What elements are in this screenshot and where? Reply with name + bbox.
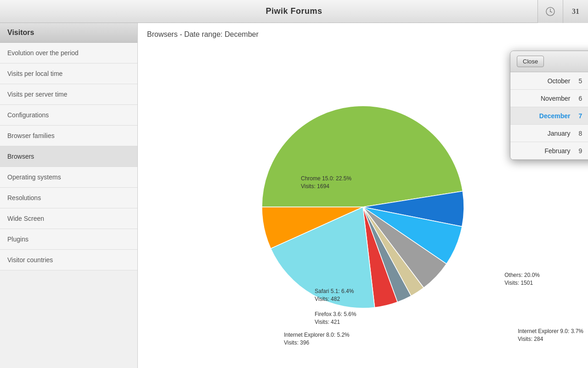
cal-month: February bbox=[514, 147, 574, 155]
calendar-number: 31 bbox=[572, 7, 579, 16]
clock-icon-btn[interactable] bbox=[537, 0, 563, 23]
calendar-row-4[interactable]: February9 bbox=[510, 142, 588, 160]
calendar-icon-btn[interactable]: 31 bbox=[563, 0, 588, 23]
cal-day: 6 bbox=[574, 95, 587, 102]
sidebar-item-browser-families[interactable]: Browser families bbox=[0, 126, 137, 146]
sidebar-item-browsers[interactable]: Browsers bbox=[0, 146, 137, 167]
close-button[interactable]: Close bbox=[517, 56, 544, 67]
cal-day: 9 bbox=[574, 147, 587, 155]
label-safari: Safari 5.1: 6.4% Visits: 482 bbox=[315, 288, 354, 303]
sidebar-items-container: Evolution over the periodVisits per loca… bbox=[0, 43, 137, 270]
cal-day: 8 bbox=[574, 130, 587, 137]
cal-month: November bbox=[514, 95, 574, 102]
calendar-row-3[interactable]: January8 bbox=[510, 125, 588, 142]
sidebar-item-visits-per-local-time[interactable]: Visits per local time bbox=[0, 63, 137, 84]
sidebar-item-wide-screen[interactable]: Wide Screen bbox=[0, 208, 137, 229]
sidebar-section-visitors: Visitors bbox=[0, 23, 137, 43]
cal-month: October bbox=[514, 77, 574, 85]
sidebar-item-visitor-countries[interactable]: Visitor countries bbox=[0, 250, 137, 270]
label-ie8: Internet Explorer 8.0: 5.2% Visits: 396 bbox=[284, 331, 350, 347]
layout: Visitors Evolution over the periodVisits… bbox=[0, 23, 588, 368]
pie-segment bbox=[262, 106, 463, 207]
app-title: Piwik Forums bbox=[266, 6, 322, 16]
sidebar-item-plugins[interactable]: Plugins bbox=[0, 229, 137, 250]
calendar-row-2[interactable]: December72011 bbox=[510, 107, 588, 125]
cal-day: 7 bbox=[574, 112, 587, 120]
calendar-row-0[interactable]: October52009 bbox=[510, 72, 588, 90]
sidebar-item-resolutions[interactable]: Resolutions bbox=[0, 188, 137, 208]
pie-chart-svg bbox=[243, 83, 482, 322]
label-chrome: Chrome 15.0: 22.5% Visits: 1694 bbox=[301, 175, 351, 190]
left-calendar: October52009November62010December72011Ja… bbox=[510, 72, 588, 160]
label-firefox: Firefox 3.6: 5.6% Visits: 421 bbox=[315, 310, 356, 326]
sidebar-item-evolution-over-the-period[interactable]: Evolution over the period bbox=[0, 43, 137, 63]
label-ie9: Internet Explorer 9.0: 3.7% Visits: 284 bbox=[518, 328, 583, 343]
calendar-row-1[interactable]: November62010 bbox=[510, 90, 588, 107]
clock-icon bbox=[545, 6, 555, 17]
main-content: Browsers - Date range: December Chrome 1… bbox=[138, 23, 588, 368]
modal-header: Close Date range Ok bbox=[510, 51, 588, 72]
header: Piwik Forums 31 bbox=[0, 0, 588, 23]
header-actions: 31 bbox=[537, 0, 588, 23]
sidebar-item-operating-systems[interactable]: Operating systems bbox=[0, 167, 137, 188]
label-others: Others: 20.0% Visits: 1501 bbox=[504, 271, 540, 287]
sidebar: Visitors Evolution over the periodVisits… bbox=[0, 23, 138, 368]
modal-title: Date range bbox=[544, 58, 588, 66]
cal-month: January bbox=[514, 130, 574, 137]
svg-point-3 bbox=[550, 11, 551, 12]
calendars-container: October52009November62010December72011Ja… bbox=[510, 72, 588, 160]
date-range-modal: Close Date range Ok October52009November… bbox=[510, 51, 588, 160]
sidebar-item-visits-per-server-time[interactable]: Visits per server time bbox=[0, 84, 137, 105]
cal-day: 5 bbox=[574, 77, 587, 85]
sidebar-item-configurations[interactable]: Configurations bbox=[0, 105, 137, 126]
cal-month: December bbox=[514, 112, 574, 120]
